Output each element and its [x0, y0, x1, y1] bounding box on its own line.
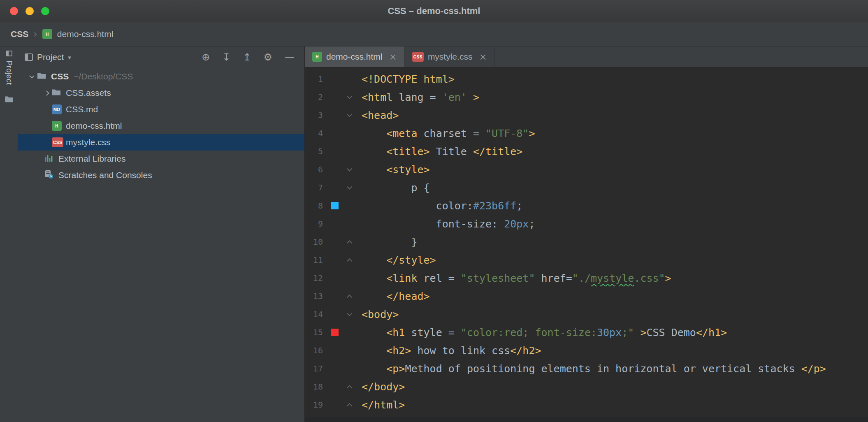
scratches-icon — [44, 170, 53, 181]
code-line[interactable]: 2<html lang = 'en' > — [305, 88, 868, 106]
close-icon[interactable]: × — [389, 51, 397, 62]
zoom-window-button[interactable] — [41, 7, 49, 15]
code-text: <meta charset = "UTF-8"> — [357, 128, 535, 139]
line-number: 10 — [305, 237, 328, 247]
external-libraries-icon — [44, 153, 53, 164]
code-line[interactable]: 18</body> — [305, 378, 868, 396]
hide-panel-icon[interactable]: — — [285, 52, 295, 62]
line-number: 2 — [305, 92, 328, 102]
tree-item-label: Scratches and Consoles — [58, 170, 152, 180]
line-number: 8 — [305, 201, 328, 211]
fold-close-icon[interactable] — [342, 259, 357, 261]
code-area[interactable]: 1<!DOCTYPE html>2<html lang = 'en' >3<he… — [305, 67, 868, 417]
code-line[interactable]: 3<head> — [305, 106, 868, 124]
code-line[interactable]: 16 <h2> how to link css</h2> — [305, 341, 868, 359]
tree-item[interactable]: MDCSS.md — [18, 101, 304, 118]
line-number: 15 — [305, 327, 328, 337]
fold-open-icon[interactable] — [342, 114, 357, 116]
breadcrumb-project[interactable]: CSS — [11, 29, 28, 39]
settings-gear-icon[interactable]: ⚙ — [263, 52, 272, 62]
code-line[interactable]: 19</html> — [305, 396, 868, 414]
chevron-right-icon[interactable] — [41, 91, 52, 95]
panel-title[interactable]: Project — [37, 52, 64, 62]
minimize-window-button[interactable] — [26, 7, 34, 15]
fold-close-icon[interactable] — [342, 295, 357, 297]
code-line[interactable]: 7 p { — [305, 179, 868, 197]
tree-item-label: External Libraries — [58, 154, 125, 164]
line-number: 3 — [305, 110, 328, 120]
code-line[interactable]: 6 <style> — [305, 160, 868, 179]
fold-open-icon[interactable] — [342, 169, 357, 171]
tree-item[interactable]: Hdemo-css.html — [18, 118, 304, 134]
line-number: 6 — [305, 165, 328, 174]
panel-header-icons: ⊕↧↥⚙— — [202, 52, 295, 62]
code-line[interactable]: 11 </style> — [305, 251, 868, 269]
breadcrumb: CSS › H demo-css.html — [0, 22, 868, 46]
tree-item-label: CSS.assets — [66, 88, 111, 98]
tree-item[interactable]: Scratches and Consoles — [18, 167, 304, 183]
fold-open-icon[interactable] — [342, 313, 357, 315]
line-number: 9 — [305, 219, 328, 229]
code-text: <h2> how to link css</h2> — [357, 345, 541, 357]
color-swatch[interactable] — [328, 329, 342, 336]
titlebar: CSS – demo-css.html — [0, 0, 868, 22]
code-line[interactable]: 5 <title> Title </title> — [305, 142, 868, 160]
tree-item-label: CSS — [51, 72, 69, 81]
code-text: font-size: 20px; — [357, 218, 535, 230]
code-text: </html> — [357, 399, 405, 411]
fold-close-icon[interactable] — [342, 386, 357, 388]
project-panel-header: Project ▾ ⊕↧↥⚙— — [18, 46, 304, 67]
code-text: </body> — [357, 381, 405, 393]
tree-item[interactable]: CSS~/Desktop/CSS — [18, 68, 304, 85]
folder-icon[interactable] — [5, 95, 14, 104]
project-tool-icon — [6, 51, 12, 56]
line-number: 4 — [305, 128, 328, 138]
code-text: </style> — [357, 254, 436, 266]
html-file-icon: H — [42, 29, 52, 39]
folder-icon — [52, 88, 61, 98]
chevron-down-icon[interactable] — [26, 76, 37, 78]
code-line[interactable]: 10 } — [305, 233, 868, 251]
tree-item[interactable]: CSSmystyle.css — [18, 134, 304, 151]
traffic-lights — [10, 7, 49, 15]
code-line[interactable]: 4 <meta charset = "UTF-8"> — [305, 124, 868, 142]
code-line[interactable]: 13 </head> — [305, 287, 868, 305]
line-number: 19 — [305, 400, 328, 410]
code-line[interactable]: 14<body> — [305, 305, 868, 323]
locate-icon[interactable]: ⊕ — [202, 52, 210, 62]
close-window-button[interactable] — [10, 7, 18, 15]
code-text: } — [357, 236, 417, 248]
chevron-down-icon[interactable]: ▾ — [68, 54, 71, 61]
code-line[interactable]: 8 color:#23b6ff; — [305, 197, 868, 215]
fold-close-icon[interactable] — [342, 404, 357, 406]
fold-open-icon[interactable] — [342, 96, 357, 98]
close-icon[interactable]: × — [479, 51, 487, 62]
main-area: Project Project ▾ ⊕↧↥⚙— CSS~/Desktop/CSS… — [0, 46, 868, 422]
fold-open-icon[interactable] — [342, 187, 357, 189]
tree-item[interactable]: CSS.assets — [18, 85, 304, 101]
breadcrumb-file[interactable]: demo-css.html — [57, 29, 114, 39]
horizontal-scrollbar[interactable] — [305, 417, 868, 422]
editor: Hdemo-css.html×CSSmystyle.css× 1<!DOCTYP… — [305, 46, 868, 422]
editor-tab[interactable]: Hdemo-css.html× — [305, 46, 405, 67]
line-number: 7 — [305, 183, 328, 192]
tree-item[interactable]: External Libraries — [18, 151, 304, 167]
code-line[interactable]: 17 <p>Method of positioning elements in … — [305, 359, 868, 378]
code-line[interactable]: 9 font-size: 20px; — [305, 215, 868, 233]
fold-close-icon[interactable] — [342, 241, 357, 243]
tool-window-button-project[interactable]: Project — [5, 51, 14, 85]
expand-all-icon[interactable]: ↧ — [222, 52, 230, 62]
code-text: p { — [357, 182, 430, 194]
editor-tab[interactable]: CSSmystyle.css× — [405, 46, 495, 67]
collapse-all-icon[interactable]: ↥ — [243, 52, 251, 62]
code-line[interactable]: 12 <link rel = "stylesheet" href="./myst… — [305, 269, 868, 287]
code-text: <style> — [357, 164, 430, 176]
chevron-right-icon: › — [33, 28, 37, 40]
html-file-icon: H — [312, 52, 322, 62]
color-swatch[interactable] — [328, 202, 342, 209]
code-line[interactable]: 1<!DOCTYPE html> — [305, 70, 868, 88]
tool-window-icon — [25, 53, 33, 61]
code-line[interactable]: 15 <h1 style = "color:red; font-size:30p… — [305, 323, 868, 341]
line-number: 16 — [305, 345, 328, 355]
code-text: <title> Title </title> — [357, 146, 522, 158]
